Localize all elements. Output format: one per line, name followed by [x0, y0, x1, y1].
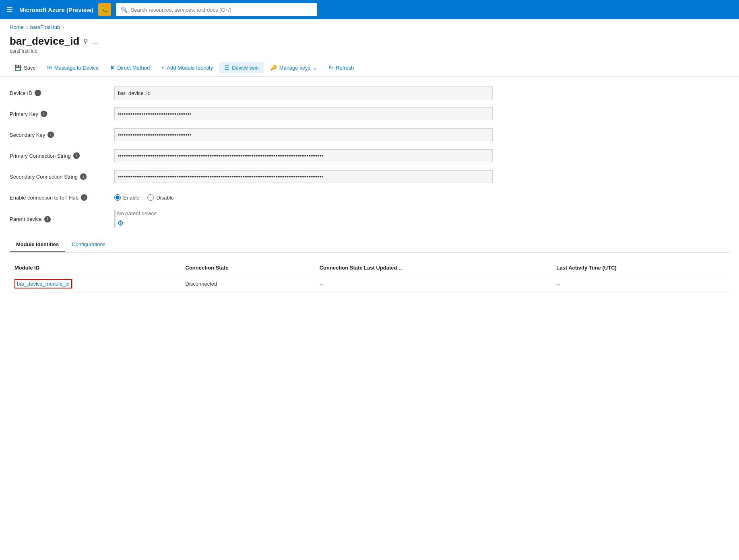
secondary-key-info-icon[interactable]: i	[47, 132, 54, 138]
device-id-row: Device ID i	[10, 85, 493, 101]
breadcrumb-sep-2: ›	[62, 25, 64, 30]
search-bar-container[interactable]: 🔍	[116, 3, 317, 16]
parent-device-label: Parent device i	[10, 216, 114, 222]
module-identities-table-section: Module ID Connection State Connection St…	[10, 261, 729, 293]
content-area: Device ID i Primary Key i Secondary Key …	[0, 77, 739, 301]
device-id-info-icon[interactable]: i	[35, 90, 41, 96]
page-subtitle: barsFirstHub	[10, 48, 729, 54]
top-navigation: ☰ Microsoft Azure (Preview) 🐛 🔍	[0, 0, 739, 19]
keys-icon: 🔑	[270, 64, 277, 71]
save-button[interactable]: 💾 Save	[10, 62, 41, 73]
more-options-icon[interactable]: …	[92, 38, 99, 45]
iot-hub-radio-group: Enable Disable	[114, 194, 174, 201]
primary-key-info-icon[interactable]: i	[41, 111, 47, 117]
cell-connection-state: Disconnected	[181, 275, 315, 293]
device-twin-icon: ☰	[224, 64, 229, 71]
breadcrumb: Home › barsFirstHub ›	[0, 19, 739, 32]
primary-key-row: Primary Key i	[10, 106, 493, 122]
col-module-id: Module ID	[10, 261, 181, 275]
primary-key-label: Primary Key i	[10, 111, 114, 117]
save-icon: 💾	[14, 64, 21, 71]
manage-keys-button[interactable]: 🔑 Manage keys ⌄	[265, 62, 322, 73]
secondary-key-label: Secondary Key i	[10, 132, 114, 138]
page-title: bar_device_id	[10, 35, 79, 47]
breadcrumb-hub[interactable]: barsFirstHub	[30, 24, 60, 30]
hamburger-icon[interactable]: ☰	[5, 4, 14, 16]
iot-hub-info-icon[interactable]: i	[81, 194, 87, 201]
page-header: bar_device_id ⚲ … barsFirstHub	[0, 32, 739, 59]
search-icon: 🔍	[121, 6, 128, 13]
module-identities-table: Module ID Connection State Connection St…	[10, 261, 729, 293]
form-section: Device ID i Primary Key i Secondary Key …	[10, 85, 493, 228]
tabs-list: Module Identities Configurations	[10, 237, 729, 252]
enable-radio[interactable]	[114, 194, 121, 201]
table-header-row: Module ID Connection State Connection St…	[10, 261, 729, 275]
secondary-conn-info-icon[interactable]: i	[80, 173, 87, 180]
refresh-button[interactable]: ↻ Refresh	[324, 62, 359, 73]
disable-radio[interactable]	[147, 194, 154, 201]
app-title: Microsoft Azure (Preview)	[19, 6, 93, 13]
primary-conn-input[interactable]	[114, 149, 493, 162]
module-id-link[interactable]: bar_device_module_id	[14, 279, 72, 288]
pin-icon[interactable]: ⚲	[83, 37, 88, 45]
secondary-conn-label: Secondary Connection String i	[10, 173, 114, 180]
tab-module-identities[interactable]: Module Identities	[10, 237, 65, 252]
table-row: bar_device_module_id Disconnected -- --	[10, 275, 729, 293]
col-connection-state: Connection State	[181, 261, 315, 275]
primary-key-input[interactable]	[114, 107, 493, 120]
cell-state-last-updated: --	[315, 275, 552, 293]
cell-module-id: bar_device_module_id	[10, 275, 181, 293]
direct-method-button[interactable]: ✘ Direct Method	[105, 62, 155, 73]
primary-conn-row: Primary Connection String i	[10, 148, 493, 164]
disable-radio-label[interactable]: Disable	[147, 194, 173, 201]
tab-configurations[interactable]: Configurations	[65, 237, 112, 252]
device-id-input[interactable]	[114, 86, 493, 99]
parent-device-section: No parent device ⚙	[114, 210, 157, 228]
preview-bug-icon[interactable]: 🐛	[98, 3, 111, 16]
add-module-identity-button[interactable]: + Add Module Identity	[156, 62, 218, 73]
secondary-conn-input[interactable]	[114, 170, 493, 183]
breadcrumb-sep-1: ›	[26, 25, 28, 30]
dropdown-chevron-icon: ⌄	[313, 65, 317, 71]
add-icon: +	[161, 64, 164, 71]
cell-last-activity: --	[551, 275, 729, 293]
tabs-section: Module Identities Configurations	[10, 237, 729, 253]
parent-device-row: Parent device i No parent device ⚙	[10, 210, 493, 228]
secondary-key-input[interactable]	[114, 128, 493, 141]
enable-radio-label[interactable]: Enable	[114, 194, 139, 201]
parent-device-info-icon[interactable]: i	[44, 216, 51, 222]
search-input[interactable]	[131, 7, 312, 13]
message-to-device-button[interactable]: ✉ Message to Device	[42, 62, 104, 73]
device-id-label: Device ID i	[10, 90, 114, 96]
secondary-conn-row: Secondary Connection String i	[10, 169, 493, 185]
device-twin-button[interactable]: ☰ Device twin	[219, 62, 263, 73]
refresh-icon: ↻	[328, 64, 333, 71]
message-icon: ✉	[47, 64, 52, 71]
parent-device-gear-icon[interactable]: ⚙	[117, 219, 157, 228]
iot-hub-label: Enable connection to IoT Hub i	[10, 194, 114, 201]
breadcrumb-home[interactable]: Home	[10, 24, 24, 30]
iot-hub-connection-row: Enable connection to IoT Hub i Enable Di…	[10, 189, 493, 206]
no-parent-text: No parent device	[117, 210, 157, 216]
col-last-activity: Last Activity Time (UTC)	[551, 261, 729, 275]
primary-conn-label: Primary Connection String i	[10, 152, 114, 159]
direct-method-icon: ✘	[110, 64, 115, 71]
secondary-key-row: Secondary Key i	[10, 127, 493, 143]
toolbar: 💾 Save ✉ Message to Device ✘ Direct Meth…	[0, 59, 739, 77]
col-state-last-updated: Connection State Last Updated ...	[315, 261, 552, 275]
primary-conn-info-icon[interactable]: i	[73, 152, 80, 159]
